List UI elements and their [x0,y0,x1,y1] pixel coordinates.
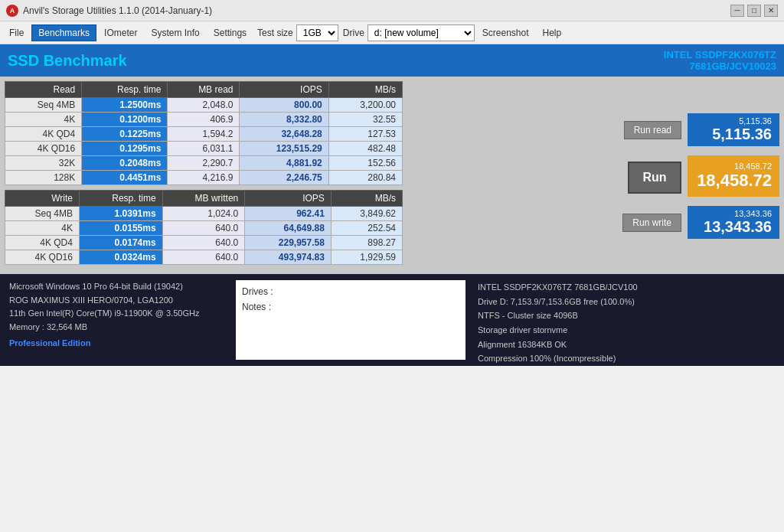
drives-label: Drives : [242,286,459,297]
write-iops: 493,974.83 [245,250,332,265]
read-iops: 2,246.75 [240,171,328,185]
bottom-sys-info: Microsoft Windows 10 Pro 64-bit Build (1… [9,280,224,360]
read-row-label: 32K [5,156,82,171]
bottom-notes[interactable]: Drives : Notes : [236,280,466,360]
menu-bar: File Benchmarks IOmeter System Info Sett… [0,21,784,44]
read-mbs: 152.56 [328,156,402,171]
read-resp-time: 0.4451ms [82,171,168,185]
iops-col-header: IOPS [240,82,328,98]
read-resp-time: 0.1295ms [82,142,168,156]
drive-info-line1: INTEL SSDPF2KX076TZ 7681GB/JCV100 [478,280,775,295]
run-read-row: Run read 5,115.36 5,115.36 [409,113,779,146]
read-row-label: Seq 4MB [5,98,82,113]
write-resp-time: 0.0174ms [79,236,162,250]
read-mbs: 482.48 [328,142,402,156]
drive-info-line2: Drive D: 7,153.9/7,153.6GB free (100.0%) [478,295,775,309]
app-icon: A [6,5,18,17]
write-row-label: Seq 4MB [5,207,80,221]
write-table: Write Resp. time MB written IOPS MB/s Se… [5,190,403,265]
read-table-row: 4K QD16 0.1295ms 6,031.1 123,515.29 482.… [5,142,403,156]
read-iops: 123,515.29 [240,142,328,156]
run-read-button[interactable]: Run read [624,121,681,139]
write-resp-time-col-header: Resp. time [79,191,162,207]
menu-benchmarks[interactable]: Benchmarks [31,24,96,41]
write-mb: 640.0 [162,221,245,236]
write-mbs: 252.54 [331,221,402,236]
resp-time-col-header: Resp. time [82,82,168,98]
read-iops: 8,332.80 [240,113,328,127]
tables-section: Read Resp. time MB read IOPS MB/s Seq 4M… [5,81,403,269]
benchmark-title: SSD Benchmark [8,52,127,70]
read-mb: 4,216.9 [168,171,240,185]
pro-edition-label: Professional Edition [9,337,224,351]
read-mbs: 280.84 [328,171,402,185]
read-score-small: 5,115.36 [695,116,772,126]
write-resp-time: 1.0391ms [79,207,162,221]
test-size-label: Test size [257,28,293,38]
read-iops: 800.00 [240,98,328,113]
drive-info-line5: Alignment 16384KB OK [478,338,775,352]
main-content: Read Resp. time MB read IOPS MB/s Seq 4M… [0,77,784,274]
read-resp-time: 0.1225ms [82,127,168,142]
write-table-row: 4K QD4 0.0174ms 640.0 229,957.58 898.27 [5,236,403,250]
write-mbs: 1,929.59 [331,250,402,265]
read-iops: 4,881.92 [240,156,328,171]
menu-settings[interactable]: Settings [207,25,253,41]
read-table-row: 4K 0.1200ms 406.9 8,332.80 32.55 [5,113,403,127]
minimize-button[interactable]: ─ [730,5,744,17]
write-table-row: Seq 4MB 1.0391ms 1,024.0 962.41 3,849.62 [5,207,403,221]
test-size-group: Test size 1GB [257,24,338,41]
read-row-label: 4K QD4 [5,127,82,142]
menu-screenshot[interactable]: Screenshot [476,25,535,41]
benchmark-header: SSD Benchmark INTEL SSDPF2KX076TZ 7681GB… [0,44,784,77]
read-table: Read Resp. time MB read IOPS MB/s Seq 4M… [5,81,403,185]
drive-select[interactable]: d: [new volume] [368,24,475,41]
bottom-bar: Microsoft Windows 10 Pro 64-bit Build (1… [0,274,784,366]
write-mbs: 3,849.62 [331,207,402,221]
write-row-label: 4K QD4 [5,236,80,250]
write-iops: 64,649.88 [245,221,332,236]
benchmark-device: INTEL SSDPF2KX076TZ 7681GB/JCV10023 [664,49,776,72]
mb-written-col-header: MB written [162,191,245,207]
read-row-label: 4K QD16 [5,142,82,156]
drive-group: Drive d: [new volume] [343,24,475,41]
read-resp-time: 0.1200ms [82,113,168,127]
menu-help[interactable]: Help [537,25,568,41]
restore-button[interactable]: □ [747,5,761,17]
write-col-header: Write [5,191,80,207]
run-button[interactable]: Run [628,162,681,194]
write-mbs: 898.27 [331,236,402,250]
write-score-small: 13,343.36 [695,209,772,218]
read-iops: 32,648.28 [240,127,328,142]
test-size-select[interactable]: 1GB [296,24,338,41]
total-score-large: 18,458.72 [695,171,772,191]
window-controls: ─ □ ✕ [730,5,778,17]
read-table-row: 4K QD4 0.1225ms 1,594.2 32,648.28 127.53 [5,127,403,142]
write-mbs-col-header: MB/s [331,191,402,207]
title-bar: A Anvil's Storage Utilities 1.1.0 (2014-… [0,0,784,21]
drive-info-line6: Compression 100% (Incompressible) [478,351,775,366]
close-button[interactable]: ✕ [764,5,778,17]
run-write-button[interactable]: Run write [622,214,681,232]
read-mb: 2,048.0 [168,98,240,113]
read-resp-time: 0.2048ms [82,156,168,171]
write-iops: 962.41 [245,207,332,221]
read-resp-time: 1.2500ms [82,98,168,113]
write-mb: 640.0 [162,250,245,265]
menu-iometer[interactable]: IOmeter [98,25,143,41]
total-score-small: 18,458.72 [695,162,772,171]
run-write-row: Run write 13,343.36 13,343.36 [409,206,779,239]
read-mbs: 127.53 [328,127,402,142]
run-total-row: Run 18,458.72 18,458.72 [409,155,779,197]
write-resp-time: 0.0324ms [79,250,162,265]
write-resp-time: 0.0155ms [79,221,162,236]
read-score-large: 5,115.36 [695,126,772,143]
right-panel: Run read 5,115.36 5,115.36 Run 18,458.72… [409,81,779,269]
total-score-box: 18,458.72 18,458.72 [688,155,779,197]
read-mb: 2,290.7 [168,156,240,171]
read-table-row: 32K 0.2048ms 2,290.7 4,881.92 152.56 [5,156,403,171]
read-col-header: Read [5,82,82,98]
menu-system-info[interactable]: System Info [145,25,205,41]
menu-file[interactable]: File [3,25,30,41]
write-score-box: 13,343.36 13,343.36 [688,206,779,239]
